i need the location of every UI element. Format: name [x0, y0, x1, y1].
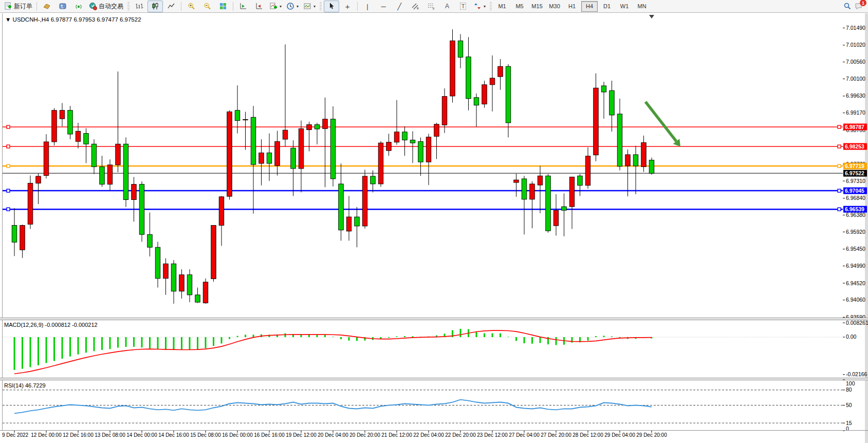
notifications-button[interactable]: 1	[855, 2, 863, 10]
new-order-button[interactable]: 新订单	[2, 1, 34, 12]
signals-button[interactable]	[71, 1, 86, 12]
indicators-button[interactable]: ▾	[267, 1, 284, 12]
time-tick-label: 27 Dec 20:00	[541, 432, 571, 438]
macd-label: MACD(12,26,9) -0.000812 -0.000212	[4, 322, 98, 328]
level-line-handle[interactable]	[838, 125, 841, 128]
time-axis: 9 Dec 202212 Dec 00:0012 Dec 16:0013 Dec…	[2, 431, 667, 438]
periods-dropdown-caret[interactable]: ▾	[297, 4, 299, 9]
templates-dropdown-caret[interactable]: ▾	[313, 4, 316, 9]
zoom-out-icon	[203, 2, 211, 10]
line-chart-button[interactable]	[163, 1, 179, 12]
candle-body	[498, 66, 503, 77]
candle-body	[155, 247, 160, 279]
price-level-badge-label: 6.97045	[845, 188, 864, 194]
price-tick-label: 6.96840	[846, 195, 865, 201]
candle-body	[450, 41, 455, 96]
candle-body	[601, 86, 606, 92]
time-tick-label: 13 Dec 08:00	[95, 432, 125, 438]
candle-body	[482, 85, 487, 104]
macd-axis-label: 0.008261	[846, 320, 868, 326]
chart-canvas[interactable]: 7.014907.010207.005607.001006.996306.991…	[0, 13, 868, 443]
candle-body	[402, 132, 408, 140]
candle-body	[649, 160, 654, 174]
bar-chart-button[interactable]	[132, 1, 147, 12]
channel-tool-button[interactable]: E	[408, 1, 423, 12]
arrows-dropdown-caret[interactable]: ▾	[484, 4, 486, 9]
time-tick-label: 19 Dec 12:00	[286, 432, 317, 438]
svg-text:E: E	[417, 7, 419, 10]
candle-body	[36, 176, 41, 183]
timeframe-mn-button[interactable]: MN	[634, 1, 650, 12]
indicators-dropdown-caret[interactable]: ▾	[280, 4, 282, 9]
zoom-out-button[interactable]	[199, 1, 215, 12]
level-line-handle[interactable]	[838, 145, 841, 148]
candle-body	[68, 110, 73, 134]
candle	[68, 106, 73, 139]
cursor-tool-button[interactable]	[324, 1, 339, 12]
fibonacci-icon: F	[427, 2, 435, 10]
timeframe-m30-button[interactable]: M30	[546, 1, 563, 12]
candle-body	[506, 66, 511, 123]
search-icon[interactable]	[843, 2, 852, 10]
templates-button[interactable]: ▾	[301, 1, 318, 12]
trendline-tool-button[interactable]: ╱	[392, 1, 407, 12]
timeframe-h1-button[interactable]: H1	[564, 1, 580, 12]
chart-shift-button[interactable]	[251, 1, 267, 12]
rsi-axis-label: 100	[846, 380, 855, 386]
candle-body	[339, 184, 344, 230]
svg-text:F: F	[433, 7, 435, 10]
level-line-handle[interactable]	[7, 164, 10, 168]
level-line-handle[interactable]	[7, 189, 10, 192]
candle-body	[633, 155, 638, 166]
timeframe-m15-button[interactable]: M15	[529, 1, 545, 12]
vertical-line-tool-button[interactable]: |	[360, 1, 375, 12]
level-line-handle[interactable]	[7, 125, 10, 128]
toolbar-grip[interactable]	[320, 2, 322, 11]
candlestick-chart-button[interactable]	[147, 1, 163, 12]
history-center-button[interactable]	[39, 1, 54, 12]
candle-body	[275, 141, 280, 165]
horizontal-line-tool-button[interactable]: ─	[376, 1, 391, 12]
candle	[203, 279, 208, 304]
zoom-in-button[interactable]	[183, 1, 199, 12]
candle-body	[12, 225, 17, 242]
candle	[378, 141, 383, 187]
candle-body	[641, 142, 647, 167]
time-tick-label: 20 Dec 20:00	[349, 432, 380, 438]
timeframe-w1-button[interactable]: W1	[616, 1, 633, 12]
rsi-axis-label: 50	[846, 402, 852, 408]
timeframe-h4-button[interactable]: H4	[581, 1, 598, 12]
indicators-icon	[269, 2, 278, 10]
level-line-handle[interactable]	[7, 145, 10, 148]
bar-chart-icon	[135, 2, 143, 10]
time-tick-label: 27 Dec 04:00	[509, 432, 540, 438]
level-line-handle[interactable]	[838, 189, 841, 192]
price-level-badge-label: 6.97522	[845, 170, 864, 176]
toolbar-grip[interactable]	[127, 2, 130, 11]
timeframe-d1-button[interactable]: D1	[599, 1, 615, 12]
price-tick-label: 7.01490	[846, 25, 865, 31]
auto-scroll-button[interactable]	[235, 1, 251, 12]
candle-body	[610, 90, 615, 115]
crosshair-tool-button[interactable]: +	[340, 1, 355, 12]
candle-body	[386, 142, 392, 151]
periods-button[interactable]: ▾	[284, 1, 301, 12]
timeframe-m1-button[interactable]: M1	[494, 1, 510, 12]
timeframe-m5-button[interactable]: M5	[511, 1, 528, 12]
level-line-handle[interactable]	[838, 208, 841, 211]
market-watch-button[interactable]	[55, 1, 70, 12]
candle-body	[76, 131, 81, 141]
auto-trading-button[interactable]: 自动交易	[87, 1, 125, 12]
time-tick-label: 16 Dec 16:00	[254, 432, 285, 438]
text-tool-button[interactable]: A	[439, 1, 455, 12]
level-line-handle[interactable]	[838, 164, 841, 168]
arrows-tool-button[interactable]: ▾	[471, 1, 488, 12]
toolbar-grip[interactable]	[490, 2, 492, 11]
tile-windows-button[interactable]	[215, 1, 231, 12]
signals-icon	[75, 2, 83, 10]
level-line-handle[interactable]	[7, 208, 10, 211]
candle	[649, 158, 654, 175]
price-tick-label: 6.94990	[846, 263, 865, 269]
fibonacci-tool-button[interactable]: F	[423, 1, 439, 12]
text-label-tool-button[interactable]: T	[455, 1, 471, 12]
